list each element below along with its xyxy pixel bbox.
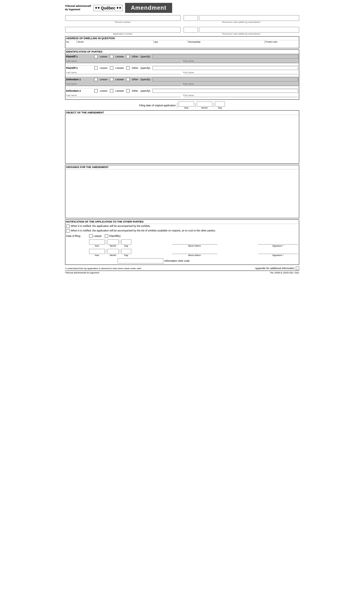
recourse-code-1-group: Recourse code added by amendment — [184, 15, 299, 23]
application-number-field[interactable] — [65, 27, 181, 33]
defendant2-lessor-checkbox[interactable] — [94, 89, 98, 93]
plaintiff2-other-checkbox[interactable] — [126, 66, 130, 70]
appendix-check: Appendix for additional information — [255, 267, 299, 270]
plaintiff1-other-checkbox[interactable] — [126, 55, 130, 58]
sig2-month-field[interactable] — [107, 249, 119, 254]
defendant2-bottom: Last name First name — [65, 93, 299, 98]
plaintiff2-firstname-field[interactable]: First name — [183, 71, 298, 74]
defendant1-lessor-checkbox[interactable] — [94, 78, 98, 81]
notification-line1-row: When it is notified, the application wil… — [65, 224, 299, 229]
fleur-de-lis-icon-right: ⚜⚜ — [116, 6, 121, 9]
address-street-field[interactable]: Street — [77, 40, 154, 43]
plaintiff1-bottom: Last name First name — [65, 59, 299, 63]
defendant1-firstname-field[interactable]: First name — [183, 83, 298, 86]
grounds-text-area[interactable] — [65, 169, 299, 218]
defendant1-specify-field[interactable] — [152, 77, 298, 81]
defendant2-lastname-field[interactable]: Last name — [66, 94, 181, 97]
date-of-filing-label: Date of filing — [66, 235, 86, 237]
recourse-code-1-extra-field[interactable] — [199, 15, 299, 21]
plaintiff2-specify-field[interactable] — [152, 66, 298, 70]
address-municipality-label: Municipality — [189, 41, 201, 43]
defendant1-row: Defendant 1 Lessor Lessee Other (specify… — [65, 77, 299, 88]
sig2-block-letters-field[interactable] — [172, 249, 218, 254]
recourse-code-2-field[interactable] — [184, 27, 198, 33]
plaintiff1-lessee-checkbox[interactable] — [110, 55, 113, 58]
plaintiff1-specify-field[interactable] — [152, 55, 298, 59]
plaintiff2-lessee-label: Lessee — [116, 67, 124, 69]
signature-row-2: Year Month Day Block letters Sign — [66, 249, 298, 257]
defendant2-firstname-label: First name — [183, 94, 194, 97]
defendant2-specify-field[interactable] — [152, 89, 298, 93]
sig1-signature-field[interactable] — [258, 239, 298, 245]
info-clerk-field[interactable] — [118, 258, 163, 263]
appendix-label: Appendix for additional information — [255, 267, 295, 270]
info-clerk-label: Information clerk code — [164, 259, 190, 262]
sig1-month-field[interactable] — [107, 239, 119, 245]
defendant1-other-label: Other — [132, 78, 138, 81]
sig2-year-field[interactable] — [89, 249, 105, 254]
notification-title: NOTIFICATION OF THE APPLICATION TO THE O… — [65, 220, 299, 224]
defendant2-lessee-checkbox[interactable] — [110, 89, 113, 93]
sig2-signature-label: Signature * — [272, 254, 284, 257]
plaintiff-checkbox[interactable] — [105, 234, 108, 238]
plaintiff2-lessee-checkbox[interactable] — [110, 66, 113, 70]
address-no-field[interactable]: No. — [65, 40, 77, 43]
record-number-label: Record number — [115, 21, 130, 23]
defendant1-bottom: Last name First name — [65, 82, 299, 86]
defendant1-lastname-field[interactable]: Last name — [66, 83, 181, 86]
address-municipality-field[interactable]: Municipality — [188, 40, 265, 43]
filing-day-field[interactable] — [215, 101, 225, 107]
defendant1-firstname-label: First name — [183, 83, 194, 85]
sig1-block-letters-field[interactable] — [172, 239, 218, 245]
plaintiff1-lessor-checkbox[interactable] — [94, 55, 98, 58]
fleur-de-lis-icon: ⚜⚜ — [95, 6, 100, 9]
sig1-year-field[interactable] — [89, 239, 105, 245]
plaintiff2-lessor-checkbox[interactable] — [94, 66, 98, 70]
sig-date-group-2: Year Month Day — [89, 249, 131, 257]
address-apt-field[interactable]: Apt. — [154, 40, 188, 43]
grounds-section-title: GROUNDS FOR THE AMENDMENT — [65, 165, 299, 169]
date-of-filing-area: Date of filing Lawyer Plaintiff(s) Year — [65, 233, 299, 265]
object-section: OBJECT OF THE AMENDMENT — [65, 110, 299, 164]
lawyer-checkbox[interactable] — [89, 234, 92, 238]
defendant2-row: Defendant 2 Lessor Lessee Other (specify… — [65, 88, 299, 99]
plaintiff1-specify-label: (specify) — [140, 55, 150, 58]
sig2-day-label: Day — [124, 254, 128, 257]
record-number-group: Record number — [65, 15, 181, 23]
recourse-code-1-field[interactable] — [184, 15, 198, 21]
plaintiff1-lastname-field[interactable]: Last name — [66, 60, 181, 63]
signature-row-1: Year Month Day Block letters Sign — [66, 239, 298, 247]
address-postal-field[interactable]: Postal code — [265, 40, 299, 43]
sig2-day-field[interactable] — [121, 249, 131, 254]
application-number-label: Application number — [113, 33, 132, 35]
defendant2-firstname-field[interactable]: First name — [183, 94, 298, 97]
plaintiff1-label: Plaintiff 1 — [66, 55, 92, 58]
recourse-code-2-extra-field[interactable] — [199, 27, 299, 33]
sig1-day-field[interactable] — [121, 239, 131, 245]
sig1-block-letters-label: Block letters — [188, 245, 201, 247]
filing-month-field[interactable] — [197, 101, 212, 107]
filing-year-field[interactable] — [178, 101, 194, 107]
plaintiff1-firstname-field[interactable]: First name — [183, 60, 298, 63]
defendant1-other-checkbox[interactable] — [126, 78, 130, 81]
notification-checkbox-1[interactable] — [66, 225, 70, 228]
appendix-checkbox[interactable] — [296, 267, 299, 270]
sig2-signature-field[interactable] — [258, 249, 298, 254]
plaintiff2-label: Plaintiff 2 — [66, 67, 92, 69]
address-apt-label: Apt. — [154, 41, 158, 43]
parties-section: IDENTIFICATION OF PARTIES Plaintiff 1 Le… — [65, 49, 299, 100]
record-number-field[interactable] — [65, 15, 181, 21]
notification-checkbox-2[interactable] — [66, 229, 70, 233]
address-section: ADDRESS OF DWELLING IN QUESTION No. Stre… — [65, 36, 299, 48]
defendant1-lessee-checkbox[interactable] — [110, 78, 113, 81]
plaintiff-label: Plaintiff(s) — [109, 235, 121, 237]
address-section-title: ADDRESS OF DWELLING IN QUESTION — [65, 37, 299, 40]
plaintiff2-lastname-field[interactable]: Last name — [66, 71, 181, 74]
object-section-title: OBJECT OF THE AMENDMENT — [65, 111, 299, 115]
object-text-area[interactable] — [65, 115, 299, 163]
defendant2-other-checkbox[interactable] — [126, 89, 130, 93]
oath-text: *I understand that my application is dee… — [65, 267, 142, 270]
footer-left-label: Tribunal administratif du logement — [65, 271, 99, 274]
plaintiff2-firstname-label: First name — [183, 71, 194, 74]
sig1-day-label: Day — [124, 245, 128, 247]
